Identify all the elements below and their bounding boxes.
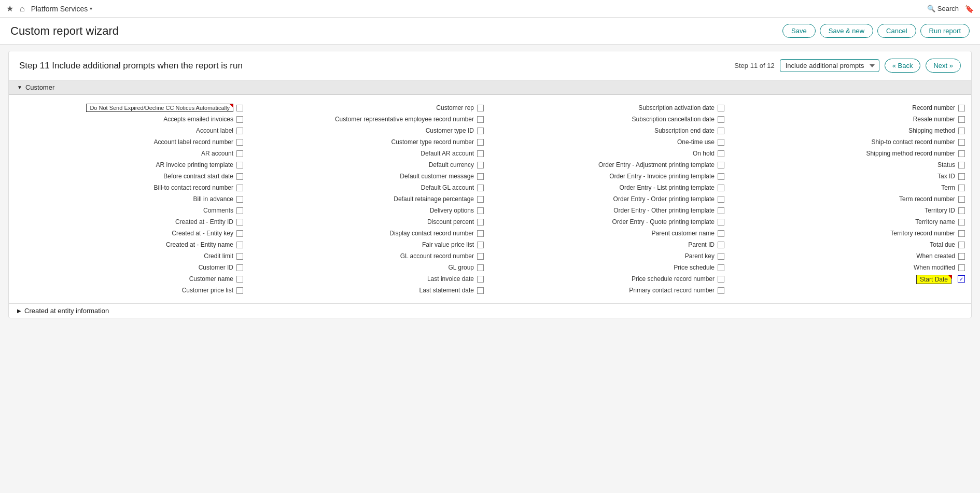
start-date-checkbox-checked[interactable]: ✓ <box>958 275 965 283</box>
status-checkbox[interactable] <box>958 162 965 168</box>
ship-to-contact-rn-checkbox[interactable] <box>958 139 965 146</box>
gl-group-checkbox[interactable] <box>477 264 484 271</box>
shipping-method-checkbox[interactable] <box>958 128 965 134</box>
delivery-options-checkbox[interactable] <box>477 207 484 214</box>
default-currency-checkbox[interactable] <box>477 162 484 168</box>
oe-order-checkbox[interactable] <box>718 196 724 203</box>
field-territory-rn: Territory record number <box>731 228 971 239</box>
bill-advance-checkbox[interactable] <box>236 196 243 203</box>
tax-id-checkbox[interactable] <box>958 173 965 180</box>
term-rn-checkbox[interactable] <box>958 196 965 203</box>
save-button[interactable]: Save <box>782 24 816 38</box>
run-report-button[interactable]: Run report <box>920 24 970 38</box>
field-shipping-method: Shipping method <box>731 125 971 136</box>
ar-invoice-checkbox[interactable] <box>236 162 243 168</box>
field-customer-type-rn: Customer type record number <box>249 136 490 148</box>
field-label: Subscription cancellation date <box>632 116 715 123</box>
default-retainage-checkbox[interactable] <box>477 196 484 203</box>
oe-adjustment-checkbox[interactable] <box>718 162 724 168</box>
field-tax-id: Tax ID <box>731 171 971 182</box>
accepts-emailed-checkbox[interactable] <box>236 116 243 123</box>
price-schedule-rn-checkbox[interactable] <box>718 276 724 283</box>
default-gl-checkbox[interactable] <box>477 185 484 191</box>
term-checkbox[interactable] <box>958 185 965 191</box>
sub-activation-checkbox[interactable] <box>718 105 724 111</box>
field-oe-invoice: Order Entry - Invoice printing template <box>490 171 731 182</box>
field-label: Last invoice date <box>427 275 474 283</box>
account-label-checkbox[interactable] <box>236 128 243 134</box>
field-label: Customer name <box>189 275 233 283</box>
gl-account-rn-checkbox[interactable] <box>477 253 484 260</box>
field-label: Parent customer name <box>652 230 715 237</box>
cancel-button[interactable]: Cancel <box>877 24 916 38</box>
oe-other-checkbox[interactable] <box>718 207 724 214</box>
home-icon[interactable]: ⌂ <box>20 4 25 13</box>
customer-price-list-checkbox[interactable] <box>236 287 243 294</box>
when-created-checkbox[interactable] <box>958 253 965 260</box>
discount-percent-checkbox[interactable] <box>477 219 484 226</box>
customer-rep-checkbox[interactable] <box>477 105 484 111</box>
shipping-method-rn-checkbox[interactable] <box>958 150 965 157</box>
territory-rn-checkbox[interactable] <box>958 230 965 237</box>
sub-end-date-checkbox[interactable] <box>718 128 724 134</box>
do-not-send-checkbox[interactable] <box>236 105 243 111</box>
field-discount-percent: Discount percent <box>249 216 490 228</box>
display-contact-rn-checkbox[interactable] <box>477 230 484 237</box>
default-ar-checkbox[interactable] <box>477 150 484 157</box>
default-customer-msg-checkbox[interactable] <box>477 173 484 180</box>
bookmark-icon[interactable]: 🔖 <box>965 5 974 13</box>
customer-type-id-checkbox[interactable] <box>477 128 484 134</box>
primary-contact-rn-checkbox[interactable] <box>718 287 724 294</box>
save-new-button[interactable]: Save & new <box>820 24 873 38</box>
customer-name-checkbox[interactable] <box>236 276 243 283</box>
field-oe-order: Order Entry - Order printing template <box>490 193 731 205</box>
territory-name-checkbox[interactable] <box>958 219 965 226</box>
oe-quote-checkbox[interactable] <box>718 219 724 226</box>
step-dropdown[interactable]: Include additional prompts <box>780 59 879 72</box>
credit-limit-checkbox[interactable] <box>236 253 243 260</box>
total-due-checkbox[interactable] <box>958 242 965 248</box>
oe-invoice-checkbox[interactable] <box>718 173 724 180</box>
oe-list-checkbox[interactable] <box>718 185 724 191</box>
field-sub-end-date: Subscription end date <box>490 125 731 136</box>
resale-number-checkbox[interactable] <box>958 116 965 123</box>
bill-to-contact-checkbox[interactable] <box>236 185 243 191</box>
parent-id-checkbox[interactable] <box>718 242 724 248</box>
parent-key-checkbox[interactable] <box>718 253 724 260</box>
last-invoice-date-checkbox[interactable] <box>477 276 484 283</box>
one-time-use-checkbox[interactable] <box>718 139 724 146</box>
field-price-schedule: Price schedule <box>490 262 731 273</box>
created-entity-name-checkbox[interactable] <box>236 242 243 248</box>
price-schedule-checkbox[interactable] <box>718 264 724 271</box>
sub-cancellation-checkbox[interactable] <box>718 116 724 123</box>
brand-label[interactable]: Platform Services ▾ <box>31 5 93 13</box>
field-gl-account-rn: GL account record number <box>249 250 490 262</box>
created-entity-key-checkbox[interactable] <box>236 230 243 237</box>
ar-account-checkbox[interactable] <box>236 150 243 157</box>
field-status: Status <box>731 159 971 171</box>
next-button[interactable]: Next » <box>926 59 961 73</box>
search-button[interactable]: 🔍 Search <box>927 5 959 12</box>
fair-value-checkbox[interactable] <box>477 242 484 248</box>
back-button[interactable]: « Back <box>885 59 921 73</box>
on-hold-checkbox[interactable] <box>718 150 724 157</box>
territory-id-checkbox[interactable] <box>958 207 965 214</box>
customer-rep-emp-checkbox[interactable] <box>477 116 484 123</box>
star-icon[interactable]: ★ <box>6 4 13 13</box>
account-label-rn-checkbox[interactable] <box>236 139 243 146</box>
when-modified-checkbox[interactable] <box>958 264 965 271</box>
before-contract-checkbox[interactable] <box>236 173 243 180</box>
customer-id-checkbox[interactable] <box>236 264 243 271</box>
field-label: Bill-to contact record number <box>154 184 233 191</box>
created-entity-id-checkbox[interactable] <box>236 219 243 226</box>
field-comments: Comments <box>9 205 249 216</box>
created-section-header[interactable]: ▶ Created at entity information <box>9 303 971 318</box>
last-statement-date-checkbox[interactable] <box>477 287 484 294</box>
customer-section-header[interactable]: ▼ Customer <box>9 80 971 95</box>
field-bill-advance: Bill in advance <box>9 193 249 205</box>
customer-type-rn-checkbox[interactable] <box>477 139 484 146</box>
parent-customer-name-checkbox[interactable] <box>718 230 724 237</box>
comments-checkbox[interactable] <box>236 207 243 214</box>
field-customer-price-list: Customer price list <box>9 285 249 296</box>
record-number-checkbox[interactable] <box>958 105 965 111</box>
